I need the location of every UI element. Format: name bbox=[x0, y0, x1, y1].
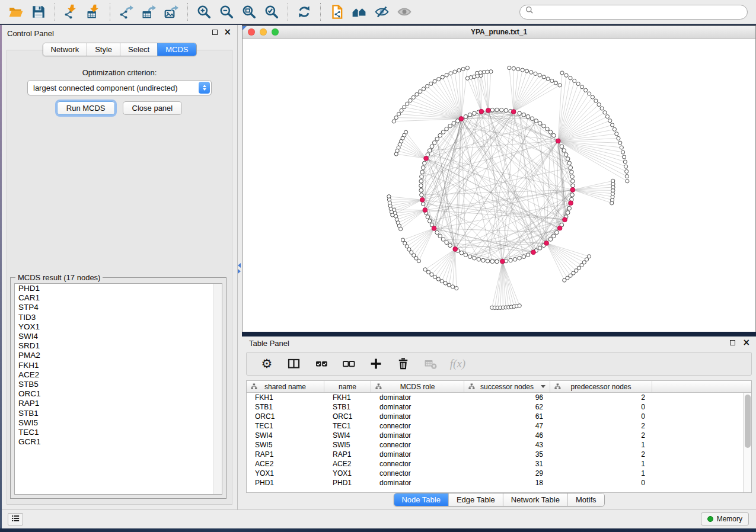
zoom-in-icon bbox=[196, 4, 212, 20]
table-scrollbar[interactable] bbox=[743, 393, 751, 492]
cell-predecessor-nodes: 1 bbox=[550, 469, 652, 477]
mcds-result-item[interactable]: PMA2 bbox=[15, 351, 222, 360]
tab-mcds[interactable]: MCDS bbox=[157, 43, 196, 56]
cell-successor-nodes: 18 bbox=[464, 479, 550, 487]
mcds-result-item[interactable]: STB1 bbox=[15, 409, 222, 418]
close-panel-button[interactable]: Close panel bbox=[123, 101, 183, 115]
cell-shared-name: TEC1 bbox=[247, 422, 324, 430]
zoom-out-button[interactable] bbox=[216, 2, 237, 22]
table-row[interactable]: ACE2ACE2connector311 bbox=[247, 459, 743, 469]
column-header-name[interactable]: name bbox=[324, 381, 371, 392]
task-history-button[interactable] bbox=[8, 513, 23, 525]
import-table-button[interactable] bbox=[83, 2, 104, 22]
deselect-all-columns-button[interactable] bbox=[338, 354, 359, 373]
save-session-icon bbox=[31, 4, 46, 20]
column-header-predecessor-nodes[interactable]: predecessor nodes bbox=[550, 381, 652, 392]
network-window-titlebar[interactable]: YPA_prune.txt_1 bbox=[243, 26, 755, 39]
mcds-result-group: MCDS result (17 nodes) PHD1CAR1STP4TID3Y… bbox=[10, 277, 227, 499]
table-row[interactable]: YOX1YOX1connector291 bbox=[247, 469, 743, 478]
mcds-result-item[interactable]: FKH1 bbox=[15, 361, 222, 370]
run-mcds-button[interactable]: Run MCDS bbox=[57, 101, 115, 115]
tab-select[interactable]: Select bbox=[120, 43, 157, 56]
apply-layout-button[interactable] bbox=[294, 2, 315, 22]
export-network-button[interactable] bbox=[116, 2, 137, 22]
network-canvas[interactable] bbox=[243, 39, 755, 332]
memory-label: Memory bbox=[717, 515, 742, 523]
column-header-MCDS-role[interactable]: MCDS role bbox=[371, 381, 464, 392]
mcds-result-item[interactable]: CAR1 bbox=[15, 293, 222, 303]
first-neighbors-button[interactable] bbox=[349, 2, 370, 22]
table-row[interactable]: RAP1RAP1dominator352 bbox=[247, 450, 743, 459]
zoom-selected-button[interactable] bbox=[261, 2, 282, 22]
add-column-button[interactable] bbox=[365, 354, 387, 373]
toggle-panel-icon bbox=[287, 357, 301, 371]
cell-shared-name: ACE2 bbox=[247, 460, 324, 468]
delete-column-button[interactable] bbox=[393, 354, 414, 373]
table-row[interactable]: SWI4SWI4dominator462 bbox=[247, 431, 743, 440]
table-panel-float-button[interactable] bbox=[730, 340, 735, 345]
table-tab-network-table[interactable]: Network Table bbox=[503, 493, 567, 506]
optimization-criterion-select[interactable]: largest connected component (undirected) bbox=[27, 80, 212, 95]
hide-selected-button[interactable] bbox=[371, 2, 393, 22]
select-all-columns-button[interactable] bbox=[311, 354, 332, 373]
mcds-result-item[interactable]: TID3 bbox=[15, 313, 222, 322]
memory-button[interactable]: Memory bbox=[701, 512, 749, 525]
search-box[interactable] bbox=[519, 5, 748, 20]
mcds-result-item[interactable]: SWI5 bbox=[15, 418, 222, 428]
mcds-result-item[interactable]: RAP1 bbox=[15, 399, 222, 408]
splitter-arrow-right-icon[interactable] bbox=[238, 269, 241, 274]
table-tab-node-table[interactable]: Node Table bbox=[394, 493, 448, 506]
vertical-splitter[interactable] bbox=[238, 25, 242, 509]
mcds-result-item[interactable]: STB5 bbox=[15, 380, 222, 389]
function-builder-button: f(x) bbox=[447, 354, 468, 373]
import-network-button[interactable] bbox=[60, 2, 82, 22]
zoom-fit-icon bbox=[241, 4, 257, 20]
cell-successor-nodes: 35 bbox=[464, 450, 550, 459]
table-row[interactable]: PHD1PHD1dominator180 bbox=[247, 478, 743, 488]
table-row[interactable]: ORC1ORC1dominator610 bbox=[247, 412, 743, 421]
table-row[interactable]: SWI5SWI5connector431 bbox=[247, 440, 743, 450]
table-panel-close-button[interactable]: × bbox=[742, 339, 750, 346]
table-scrollbar-thumb[interactable] bbox=[745, 395, 751, 448]
open-session-button[interactable] bbox=[5, 2, 27, 22]
mcds-list-scrollbar[interactable] bbox=[213, 284, 222, 494]
column-header-shared-name[interactable]: shared name bbox=[247, 381, 324, 392]
splitter-collapse-arrows[interactable] bbox=[238, 263, 241, 274]
mcds-result-item[interactable]: SWI4 bbox=[15, 332, 222, 341]
tab-network[interactable]: Network bbox=[43, 43, 87, 56]
mcds-result-item[interactable]: YOX1 bbox=[15, 322, 222, 332]
table-row[interactable]: TEC1TEC1connector472 bbox=[247, 421, 743, 431]
zoom-in-button[interactable] bbox=[193, 2, 215, 22]
column-settings-button[interactable]: ⚙ bbox=[256, 354, 277, 373]
new-network-from-selection-button[interactable] bbox=[326, 2, 347, 22]
cell-MCDS-role: dominator bbox=[371, 450, 464, 459]
save-session-button[interactable] bbox=[28, 2, 49, 22]
table-row[interactable]: STB1STB1dominator620 bbox=[247, 402, 743, 412]
toggle-panel-button[interactable] bbox=[283, 354, 305, 373]
table-panel: Table Panel × ⚙f(x) shared namenameMCDS … bbox=[242, 336, 756, 509]
table-tab-edge-table[interactable]: Edge Table bbox=[448, 493, 503, 506]
table-tab-group: Node TableEdge TableNetwork TableMotifs bbox=[393, 493, 604, 507]
mcds-result-list[interactable]: PHD1CAR1STP4TID3YOX1SWI4SRD1PMA2FKH1ACE2… bbox=[14, 283, 222, 495]
zoom-fit-button[interactable] bbox=[238, 2, 260, 22]
mcds-result-item[interactable]: TEC1 bbox=[15, 428, 222, 437]
cell-MCDS-role: connector bbox=[371, 422, 464, 430]
mcds-result-item[interactable]: GCR1 bbox=[15, 437, 222, 447]
table-row[interactable]: FKH1FKH1dominator962 bbox=[247, 393, 743, 402]
mcds-result-item[interactable]: SRD1 bbox=[15, 341, 222, 351]
splitter-arrow-left-icon[interactable] bbox=[238, 263, 241, 268]
network-view-window: YPA_prune.txt_1 bbox=[242, 25, 756, 332]
mcds-result-item[interactable]: ACE2 bbox=[15, 370, 222, 380]
export-image-button[interactable] bbox=[161, 2, 182, 22]
search-input[interactable] bbox=[538, 7, 742, 17]
column-header-successor-nodes[interactable]: successor nodes bbox=[464, 381, 550, 392]
mcds-result-item[interactable]: ORC1 bbox=[15, 389, 222, 399]
mcds-result-item[interactable]: STP4 bbox=[15, 303, 222, 312]
mcds-result-item[interactable]: PHD1 bbox=[15, 284, 222, 293]
export-table-button[interactable] bbox=[138, 2, 160, 22]
table-tab-motifs[interactable]: Motifs bbox=[567, 493, 604, 506]
control-panel-float-button[interactable] bbox=[212, 30, 218, 35]
control-panel-close-button[interactable]: × bbox=[224, 28, 231, 36]
tab-style[interactable]: Style bbox=[87, 43, 120, 56]
sort-desc-icon bbox=[541, 385, 546, 388]
